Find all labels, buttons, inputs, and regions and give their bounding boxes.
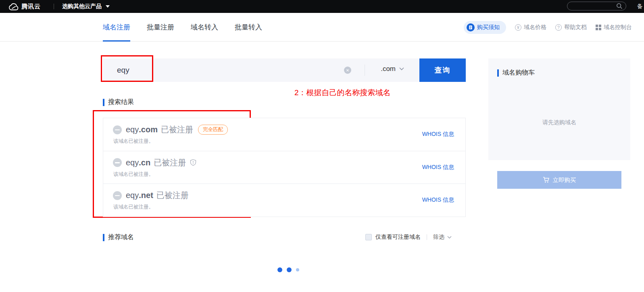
search-results-table: eqy.com 已被注册 完全匹配 该域名已被注册。 WHOIS 信息 eqy.…	[103, 118, 466, 217]
carousel-dot-2[interactable]	[287, 267, 292, 272]
row-description: 该域名已被注册。	[113, 204, 154, 211]
unavailable-icon	[113, 125, 122, 134]
clear-icon[interactable]: ✕	[344, 67, 351, 74]
domain-tld: .cn	[139, 158, 150, 167]
filter-divider	[427, 234, 427, 240]
tab-domain-transfer-in[interactable]: 域名转入	[191, 13, 218, 42]
whois-link[interactable]: WHOIS 信息	[422, 131, 454, 138]
annotation-step2-text: 2：根据自己的名称搜索域名	[294, 88, 391, 98]
recommend-title-text: 推荐域名	[108, 233, 134, 242]
domain-status: 已被注册	[156, 190, 189, 201]
cart-title-text: 域名购物车	[502, 69, 535, 77]
domain-line: eqy.com 已被注册 完全匹配	[113, 124, 228, 135]
console-icon	[596, 25, 601, 30]
filter-label: 筛选	[433, 234, 444, 241]
domain-price-label: 域名价格	[524, 24, 546, 31]
result-row-eqy-com: eqy.com 已被注册 完全匹配 该域名已被注册。 WHOIS 信息	[103, 118, 465, 151]
query-button[interactable]: 查询	[419, 58, 466, 82]
tld-select[interactable]: .com	[381, 65, 404, 73]
row-description: 该域名已被注册。	[113, 138, 154, 145]
title-accent-bar	[103, 99, 104, 106]
chevron-down-icon	[447, 236, 452, 239]
recommend-title: 推荐域名	[103, 233, 134, 242]
unavailable-icon	[113, 158, 122, 167]
domain-status: 已被注册	[154, 157, 186, 168]
unavailable-icon	[113, 191, 122, 200]
chevron-down-icon	[399, 67, 404, 71]
cart-empty-message: 请先选购域名	[488, 119, 630, 126]
domain-tld: .net	[139, 191, 153, 200]
domain-search-input[interactable]	[117, 64, 343, 76]
tencent-cloud-logo[interactable]: 腾讯云	[8, 2, 41, 10]
domain-base: eqy	[126, 158, 139, 167]
title-accent-bar	[103, 234, 104, 241]
purchase-notice-link[interactable]: 购买须知	[464, 21, 506, 34]
page: 腾讯云 选购其他云产品 备 域名注册 批量注册 域名转入 批量转入	[0, 0, 644, 292]
registrable-only-label: 仅查看可注册域名	[375, 234, 421, 241]
cloud-logo-icon	[8, 2, 19, 10]
domain-tld: .com	[139, 125, 158, 134]
purchase-notice-label: 购买须知	[477, 24, 500, 31]
title-accent-bar	[497, 69, 499, 77]
shield-info-icon[interactable]	[190, 159, 197, 166]
brand-name: 腾讯云	[21, 3, 41, 10]
exact-match-badge: 完全匹配	[198, 125, 228, 135]
domain-line: eqy.cn 已被注册	[113, 157, 197, 168]
help-icon: ?	[555, 24, 562, 31]
cart-panel: 域名购物车 请先选购域名	[488, 58, 630, 160]
header-links: 购买须知 ¥ 域名价格 ? 帮助文档 域名控制台	[464, 13, 632, 42]
tld-selected-value: .com	[381, 65, 396, 73]
filter-dropdown[interactable]: 筛选	[433, 234, 452, 241]
price-icon: ¥	[515, 24, 521, 31]
domain-name: eqy.cn	[126, 158, 150, 167]
domain-name: eqy.com	[126, 125, 158, 134]
tab-batch-transfer-in[interactable]: 批量转入	[235, 13, 262, 42]
row-description: 该域名已被注册。	[113, 171, 154, 178]
search-results-title: 搜索结果	[103, 98, 134, 106]
search-results-title-text: 搜索结果	[108, 98, 134, 106]
topbar-search-input[interactable]	[567, 2, 626, 10]
domain-price-link[interactable]: ¥ 域名价格	[515, 24, 546, 31]
domain-status: 已被注册	[161, 124, 193, 135]
result-row-eqy-cn: eqy.cn 已被注册 该域名已被注册。 WHOIS 信息	[103, 151, 465, 184]
cart-footer: 立即购买	[488, 160, 630, 198]
domain-search-box: ✕ .com	[103, 58, 419, 82]
topbar-clipped-link[interactable]: 备	[637, 3, 644, 10]
tab-domain-register[interactable]: 域名注册	[103, 13, 130, 42]
registrable-only-checkbox[interactable]	[365, 234, 372, 240]
buy-now-button[interactable]: 立即购买	[497, 171, 621, 189]
tld-divider	[365, 65, 365, 76]
help-docs-label: 帮助文档	[564, 24, 587, 31]
carousel-dot-3[interactable]	[296, 268, 299, 271]
search-icon	[616, 3, 623, 9]
tab-batch-register[interactable]: 批量注册	[147, 13, 174, 42]
page-header: 域名注册 批量注册 域名转入 批量转入 购买须知 ¥ 域名价格	[0, 13, 644, 42]
help-docs-link[interactable]: ? 帮助文档	[555, 24, 587, 31]
topbar: 腾讯云 选购其他云产品 备	[0, 0, 644, 13]
carousel-dots	[277, 267, 299, 272]
notice-icon	[467, 23, 475, 31]
recommend-filter-row: 仅查看可注册域名 筛选	[365, 234, 452, 241]
domain-console-label: 域名控制台	[604, 24, 632, 31]
topbar-divider	[54, 4, 54, 9]
cart-title: 域名购物车	[497, 69, 535, 77]
buy-now-label: 立即购买	[553, 176, 576, 184]
carousel-dot-1[interactable]	[277, 267, 282, 272]
domain-line: eqy.net 已被注册	[113, 190, 189, 201]
result-row-eqy-net: eqy.net 已被注册 该域名已被注册。 WHOIS 信息	[103, 184, 465, 217]
domain-name: eqy.net	[126, 191, 153, 200]
domain-console-link[interactable]: 域名控制台	[596, 24, 632, 31]
tab-bar: 域名注册 批量注册 域名转入 批量转入	[103, 13, 262, 42]
whois-link[interactable]: WHOIS 信息	[422, 196, 454, 204]
other-products-label: 选购其他云产品	[62, 3, 102, 10]
domain-base: eqy	[126, 125, 139, 134]
whois-link[interactable]: WHOIS 信息	[422, 164, 454, 171]
domain-base: eqy	[126, 191, 139, 200]
cart-icon	[543, 177, 550, 183]
caret-down-icon	[106, 5, 110, 8]
other-products-menu[interactable]: 选购其他云产品	[62, 3, 110, 10]
